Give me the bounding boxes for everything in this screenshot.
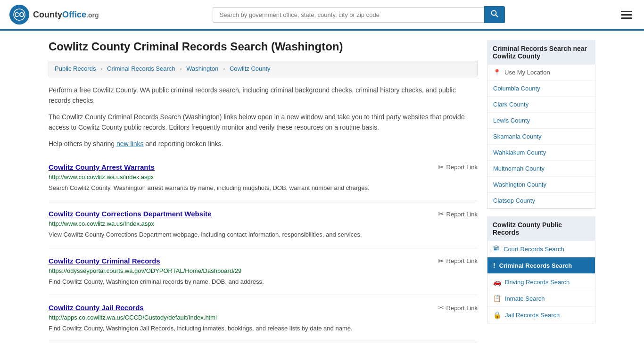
nearby-county-link-6[interactable]: Washington County <box>487 177 595 192</box>
nearby-county-7[interactable]: Clatsop County <box>487 193 595 208</box>
nearby-county-link-0[interactable]: Columbia County <box>487 81 595 96</box>
public-records-item-4[interactable]: 🔒 Jail Records Search <box>487 307 595 323</box>
public-records-item-2[interactable]: 🚗 Driving Records Search <box>487 274 595 290</box>
search-button[interactable] <box>484 6 505 23</box>
public-records-icon-3: 📋 <box>493 295 501 302</box>
result-desc-2: Find Cowlitz County, Washington criminal… <box>49 277 478 287</box>
result-item: Cowlitz County Criminal Records ✂ Report… <box>49 248 478 296</box>
public-records-item-3[interactable]: 📋 Inmate Search <box>487 290 595 307</box>
nearby-county-link-3[interactable]: Skamania County <box>487 129 595 144</box>
result-title-0[interactable]: Cowlitz County Arrest Warrants <box>49 163 155 171</box>
use-location-item[interactable]: 📍 Use My Location <box>487 65 595 81</box>
logo-text: CountyOffice.org <box>33 10 99 20</box>
search-input[interactable] <box>213 7 484 23</box>
breadcrumb: Public Records › Criminal Records Search… <box>49 61 478 76</box>
logo-area[interactable]: CO CountyOffice.org <box>9 5 99 25</box>
new-links-link[interactable]: new links <box>116 140 144 148</box>
page-title: Cowlitz County Criminal Records Search (… <box>49 40 478 53</box>
public-records-link-2[interactable]: 🚗 Driving Records Search <box>487 274 595 290</box>
description-2: The Cowlitz County Criminal Records Sear… <box>49 112 478 133</box>
result-desc-3: Find Cowlitz County, Washington Jail Rec… <box>49 324 478 333</box>
nearby-counties-list: 📍 Use My Location Columbia CountyClark C… <box>487 65 595 209</box>
result-item: Cowlitz County Jail Records ✂ Report Lin… <box>49 295 478 342</box>
nearby-section-title: Criminal Records Search near Cowlitz Cou… <box>487 40 595 65</box>
public-records-item-0[interactable]: 🏛 Court Records Search <box>487 241 595 257</box>
result-title-1[interactable]: Cowlitz County Corrections Department We… <box>49 210 212 218</box>
public-records-icon-0: 🏛 <box>493 245 500 253</box>
svg-point-2 <box>491 11 496 16</box>
nearby-county-link-5[interactable]: Multnomah County <box>487 161 595 176</box>
nearby-county-link-1[interactable]: Clark County <box>487 97 595 112</box>
public-records-link-0[interactable]: 🏛 Court Records Search <box>487 241 595 257</box>
nearby-county-1[interactable]: Clark County <box>487 97 595 113</box>
breadcrumb-criminal-records[interactable]: Criminal Records Search <box>107 65 175 72</box>
public-records-item-1[interactable]: ! Criminal Records Search <box>487 257 595 274</box>
use-location-link[interactable]: 📍 Use My Location <box>487 65 595 80</box>
result-title-2[interactable]: Cowlitz County Criminal Records <box>49 257 160 265</box>
result-item: Cowlitz County Corrections Department We… <box>49 201 478 248</box>
public-records-link-4[interactable]: 🔒 Jail Records Search <box>487 307 595 323</box>
nearby-county-link-7[interactable]: Clatsop County <box>487 193 595 208</box>
public-records-link-1[interactable]: ! Criminal Records Search <box>487 257 595 273</box>
report-icon-1: ✂ <box>438 210 444 218</box>
nearby-county-2[interactable]: Lewis County <box>487 113 595 129</box>
results-list: Cowlitz County Arrest Warrants ✂ Report … <box>49 155 478 342</box>
result-item: Cowlitz County Arrest Warrants ✂ Report … <box>49 155 478 202</box>
nearby-county-6[interactable]: Washington County <box>487 177 595 193</box>
result-url-0[interactable]: http://www.co.cowlitz.wa.us/index.aspx <box>49 173 478 181</box>
public-records-icon-4: 🔒 <box>493 311 501 319</box>
location-icon: 📍 <box>493 69 501 76</box>
public-records-icon-2: 🚗 <box>493 278 501 286</box>
nearby-county-5[interactable]: Multnomah County <box>487 161 595 177</box>
logo-icon: CO <box>9 5 29 25</box>
report-icon-0: ✂ <box>438 163 444 172</box>
breadcrumb-cowlitz-county[interactable]: Cowlitz County <box>230 65 271 72</box>
description-1: Perform a free Cowlitz County, WA public… <box>49 85 478 106</box>
report-link-1[interactable]: ✂ Report Link <box>438 210 478 218</box>
public-records-icon-1: ! <box>493 262 495 269</box>
report-link-0[interactable]: ✂ Report Link <box>438 163 478 172</box>
svg-text:CO: CO <box>15 11 25 18</box>
report-icon-3: ✂ <box>438 304 444 312</box>
report-link-2[interactable]: ✂ Report Link <box>438 257 478 265</box>
public-records-section-title: Cowlitz County Public Records <box>487 216 595 241</box>
result-url-3[interactable]: http://apps.co.cowlitz.wa.us/CCCD/Custod… <box>49 314 478 321</box>
breadcrumb-public-records[interactable]: Public Records <box>55 65 96 72</box>
report-icon-2: ✂ <box>438 257 444 265</box>
nearby-county-0[interactable]: Columbia County <box>487 81 595 97</box>
menu-button[interactable] <box>619 8 635 21</box>
nearby-county-4[interactable]: Wahkiakum County <box>487 145 595 161</box>
result-url-2[interactable]: https://odysseyportal.courts.wa.gov/ODYP… <box>49 267 478 274</box>
report-link-3[interactable]: ✂ Report Link <box>438 304 478 312</box>
nearby-county-3[interactable]: Skamania County <box>487 129 595 145</box>
public-records-link-3[interactable]: 📋 Inmate Search <box>487 290 595 306</box>
nearby-county-link-4[interactable]: Wahkiakum County <box>487 145 595 160</box>
result-title-3[interactable]: Cowlitz County Jail Records <box>49 304 144 312</box>
public-records-list: 🏛 Court Records Search ! Criminal Record… <box>487 241 595 323</box>
result-url-1[interactable]: http://www.co.cowlitz.wa.us/Index.aspx <box>49 220 478 227</box>
svg-line-3 <box>495 15 498 17</box>
result-desc-0: Search Cowlitz County, Washington arrest… <box>49 183 478 193</box>
result-desc-1: View Cowlitz County Corrections Departme… <box>49 230 478 239</box>
breadcrumb-washington[interactable]: Washington <box>186 65 218 72</box>
description-3: Help others by sharing new links and rep… <box>49 139 478 149</box>
nearby-county-link-2[interactable]: Lewis County <box>487 113 595 128</box>
search-area <box>213 6 505 23</box>
